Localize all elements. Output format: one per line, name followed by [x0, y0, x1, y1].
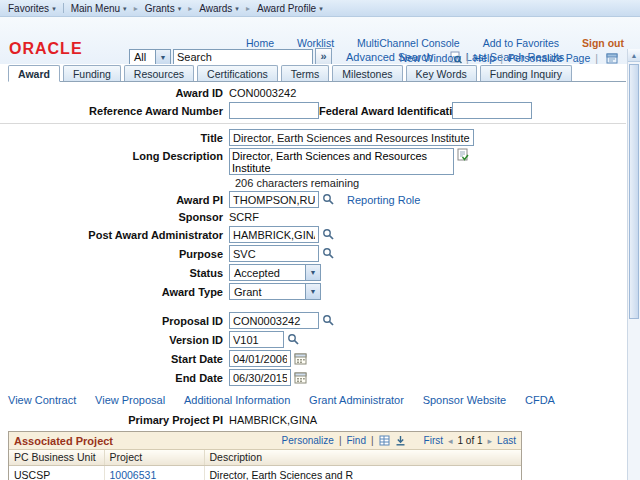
reporting-role-link[interactable]: Reporting Role: [347, 194, 420, 206]
sponsor-label: Sponsor: [0, 211, 229, 223]
grid-table: PC Business Unit Project Description USC…: [9, 450, 521, 480]
related-links-row: View Contract View Proposal Additional I…: [8, 394, 555, 406]
pagination-next-icon[interactable]: ▸: [488, 436, 493, 446]
tab-key-words[interactable]: Key Words: [406, 65, 477, 81]
breadcrumb-item-awards[interactable]: Awards▾: [199, 3, 239, 14]
breadcrumb-label: Award Profile: [257, 3, 316, 14]
tab-funding-inquiry[interactable]: Funding Inquiry: [480, 65, 572, 81]
breadcrumb-label: Awards: [199, 3, 232, 14]
new-window-link[interactable]: New Window: [400, 52, 461, 64]
search-scope-value: All: [130, 51, 155, 63]
tab-terms[interactable]: Terms: [281, 65, 330, 81]
pagination-count: 1 of 1: [458, 435, 483, 446]
breadcrumb-item-award-profile[interactable]: Award Profile▾: [257, 3, 323, 14]
form-spacer: [0, 302, 626, 312]
end-date-calendar-icon[interactable]: [294, 371, 307, 384]
tab-milestones[interactable]: Milestones: [332, 65, 402, 81]
table-row: USCSP 10006531 Director, Earth Sciences …: [9, 465, 521, 480]
end-date-input[interactable]: [229, 369, 291, 386]
purpose-label: Purpose: [0, 248, 229, 260]
column-header-pc-business-unit: PC Business Unit: [9, 450, 104, 465]
award-type-label: Award Type: [0, 286, 229, 298]
grid-header: Associated Project Personalize | Find | …: [9, 432, 521, 450]
form-row-title: Title: [0, 129, 626, 146]
breadcrumb-separator-icon: ▸: [188, 4, 192, 13]
purpose-lookup-icon[interactable]: [322, 247, 335, 260]
form-row-end-date: End Date: [0, 369, 626, 386]
chevron-down-icon: ▾: [235, 5, 239, 12]
page-tools-separator: |: [500, 52, 503, 64]
form-row-start-date: Start Date: [0, 350, 626, 367]
dropdown-arrow-icon: ▼: [305, 284, 320, 299]
post-award-admin-label: Post Award Administrator: [0, 229, 229, 241]
scroll-up-icon[interactable]: ▲: [628, 49, 640, 62]
cell-pc-business-unit: USCSP: [9, 465, 104, 480]
breadcrumb-item-grants[interactable]: Grants▾: [145, 3, 182, 14]
status-select[interactable]: Accepted ▼: [229, 264, 321, 281]
breadcrumb-divider: [63, 3, 64, 13]
version-id-input[interactable]: [229, 331, 284, 348]
award-form: Award ID CON0003242 Reference Award Numb…: [0, 86, 626, 480]
personalize-page-link[interactable]: Personalize Page: [508, 52, 590, 64]
tab-award[interactable]: Award: [8, 65, 60, 82]
copy-url-icon[interactable]: [606, 53, 618, 64]
proposal-id-label: Proposal ID: [0, 315, 229, 327]
federal-award-id-input[interactable]: [452, 102, 532, 119]
oracle-logo: ORACLE: [9, 40, 83, 58]
tab-resources[interactable]: Resources: [124, 65, 194, 81]
help-link[interactable]: Help: [474, 52, 496, 64]
proposal-id-input[interactable]: [229, 312, 319, 329]
personalize-link[interactable]: Personalize: [282, 435, 334, 446]
award-pi-lookup-icon[interactable]: [322, 193, 335, 206]
grid-toolbar: Personalize | Find | First ◂ 1 of 1 ▸ La…: [282, 435, 516, 446]
award-type-select[interactable]: Grant ▼: [229, 283, 321, 300]
post-award-admin-input[interactable]: [229, 226, 319, 243]
grant-administrator-link[interactable]: Grant Administrator: [309, 394, 404, 406]
view-all-icon[interactable]: [379, 435, 390, 446]
search-scope-select[interactable]: All ▼: [129, 49, 171, 66]
version-id-lookup-icon[interactable]: [287, 333, 300, 346]
tab-funding[interactable]: Funding: [63, 65, 121, 81]
project-link[interactable]: 10006531: [110, 469, 157, 480]
view-proposal-link[interactable]: View Proposal: [95, 394, 165, 406]
award-pi-input[interactable]: [229, 191, 319, 208]
long-description-label: Long Description: [0, 148, 229, 162]
breadcrumb-item-favorites[interactable]: Favorites▾: [8, 3, 56, 14]
pagination-prev-icon[interactable]: ◂: [448, 436, 453, 446]
column-header-description: Description: [204, 450, 521, 465]
associated-project-grid: Associated Project Personalize | Find | …: [8, 431, 522, 480]
form-row-sponsor: Sponsor SCRF: [0, 210, 626, 224]
sponsor-website-link[interactable]: Sponsor Website: [423, 394, 507, 406]
end-date-label: End Date: [0, 372, 229, 384]
sponsor-value: SCRF: [229, 211, 259, 223]
proposal-id-lookup-icon[interactable]: [322, 314, 335, 327]
post-award-admin-lookup-icon[interactable]: [322, 228, 335, 241]
signout-link[interactable]: Sign out: [582, 37, 624, 49]
form-row-status: Status Accepted ▼: [0, 264, 626, 281]
spell-check-icon[interactable]: [457, 148, 469, 161]
pagination-first-link[interactable]: First: [424, 435, 443, 446]
pagination-last-link[interactable]: Last: [497, 435, 516, 446]
form-row-long-description: Long Description Director, Earth Science…: [0, 148, 626, 175]
start-date-input[interactable]: [229, 350, 291, 367]
cfda-link[interactable]: CFDA: [525, 394, 555, 406]
tab-certifications[interactable]: Certifications: [197, 65, 278, 81]
page-tools-separator: |: [466, 52, 469, 64]
breadcrumb-bar: Favorites▾ Main Menu▾ ▸ Grants▾ ▸ Awards…: [0, 0, 640, 17]
additional-information-link[interactable]: Additional Information: [184, 394, 290, 406]
view-contract-link[interactable]: View Contract: [8, 394, 76, 406]
start-date-calendar-icon[interactable]: [294, 352, 307, 365]
title-input[interactable]: [229, 129, 474, 146]
vertical-scrollbar[interactable]: ▲: [627, 49, 640, 480]
long-description-textarea[interactable]: Director, Earth Sciences and Resources I…: [229, 148, 454, 175]
reference-award-number-input[interactable]: [229, 102, 319, 119]
form-row-version-id: Version ID: [0, 331, 626, 348]
scroll-thumb[interactable]: [629, 64, 639, 319]
find-link[interactable]: Find: [346, 435, 365, 446]
search-input[interactable]: [173, 49, 313, 66]
breadcrumb-item-main-menu[interactable]: Main Menu▾: [71, 3, 127, 14]
download-icon[interactable]: [395, 435, 406, 446]
purpose-input[interactable]: [229, 245, 319, 262]
reference-award-number-label: Reference Award Number: [0, 105, 229, 117]
award-type-value: Grant: [230, 286, 305, 298]
